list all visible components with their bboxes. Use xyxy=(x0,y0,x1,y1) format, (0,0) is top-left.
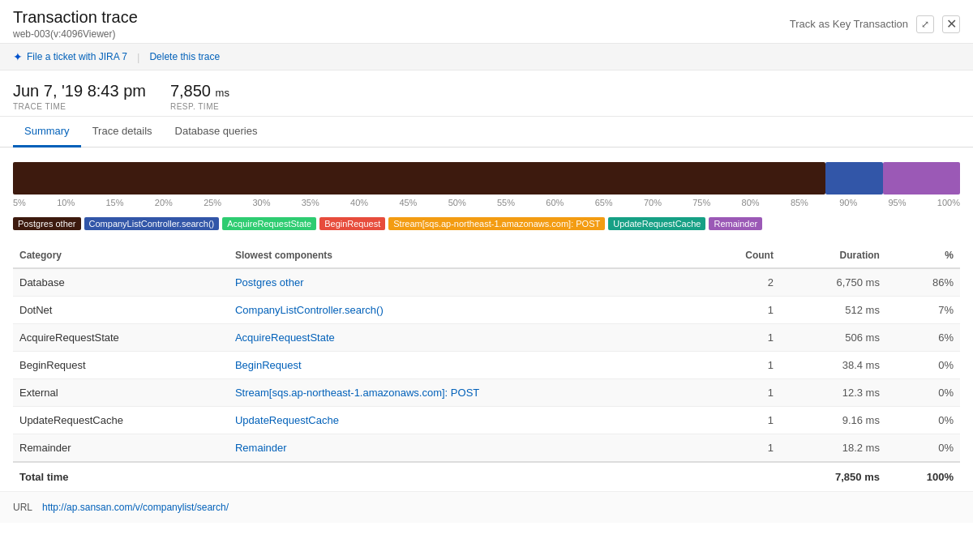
tabs-container: Summary Trace details Database queries xyxy=(0,117,973,147)
header-bar: Transaction trace web-003(v:4096Viewer) … xyxy=(0,0,973,44)
scale-tick: 5% xyxy=(13,198,26,207)
cell-pct: 0% xyxy=(886,407,960,434)
resp-time-item: 7,850 ms RESP. TIME xyxy=(170,82,229,111)
scale-tick: 65% xyxy=(595,198,613,207)
cell-duration: 38.4 ms xyxy=(780,352,886,379)
scale-tick: 70% xyxy=(644,198,662,207)
bar-remainder xyxy=(883,162,960,195)
cell-component[interactable]: Stream[sqs.ap-northeast-1.amazonaws.com]… xyxy=(229,379,704,407)
cell-duration: 506 ms xyxy=(780,324,886,352)
expand-button[interactable]: ⤢ xyxy=(916,15,934,33)
page-title: Transaction trace xyxy=(13,8,138,27)
cell-pct: 0% xyxy=(886,352,960,379)
cell-component[interactable]: UpdateRequestCache xyxy=(229,407,704,434)
resp-time-unit: ms xyxy=(216,87,229,99)
cell-count: 1 xyxy=(704,407,780,434)
col-duration: Duration xyxy=(780,242,886,268)
trace-time-label: TRACE TIME xyxy=(13,102,146,111)
scale-tick: 55% xyxy=(497,198,515,207)
cell-duration: 12.3 ms xyxy=(780,379,886,407)
url-label: URL xyxy=(13,502,32,513)
table-section: Category Slowest components Count Durati… xyxy=(0,242,973,491)
cell-pct: 86% xyxy=(886,268,960,297)
legend-remainder: Remainder xyxy=(709,217,762,230)
cell-component[interactable]: CompanyListController.search() xyxy=(229,297,704,324)
cell-component[interactable]: BeginRequest xyxy=(229,352,704,379)
table-row: External Stream[sqs.ap-northeast-1.amazo… xyxy=(13,379,960,407)
table-row: AcquireRequestState AcquireRequestState … xyxy=(13,324,960,352)
tab-summary[interactable]: Summary xyxy=(13,117,81,147)
col-slowest: Slowest components xyxy=(229,242,704,268)
toolbar: ✦ File a ticket with JIRA 7 | Delete thi… xyxy=(0,44,973,71)
resp-time-label: RESP. TIME xyxy=(170,102,229,111)
scale-tick: 90% xyxy=(839,198,857,207)
total-row: Total time 7,850 ms 100% xyxy=(13,462,960,491)
table-row: Database Postgres other 2 6,750 ms 86% xyxy=(13,268,960,297)
cell-duration: 512 ms xyxy=(780,297,886,324)
trace-time-value: Jun 7, '19 8:43 pm xyxy=(13,82,146,100)
scale-tick: 40% xyxy=(350,198,368,207)
resp-time-value: 7,850 ms xyxy=(170,82,229,100)
total-duration: 7,850 ms xyxy=(780,462,886,491)
table-row: BeginRequest BeginRequest 1 38.4 ms 0% xyxy=(13,352,960,379)
col-category: Category xyxy=(13,242,229,268)
chart-section: 5% 10% 15% 20% 25% 30% 35% 40% 45% 50% 5… xyxy=(0,147,973,242)
bar-dotnet xyxy=(825,162,883,195)
cell-category: UpdateRequestCache xyxy=(13,407,229,434)
scale-tick: 60% xyxy=(546,198,564,207)
cell-duration: 9.16 ms xyxy=(780,407,886,434)
delete-trace-button[interactable]: Delete this trace xyxy=(149,51,220,62)
trace-time-item: Jun 7, '19 8:43 pm TRACE TIME xyxy=(13,82,146,111)
scale-tick: 50% xyxy=(448,198,466,207)
cell-count: 1 xyxy=(704,352,780,379)
meta-row: Jun 7, '19 8:43 pm TRACE TIME 7,850 ms R… xyxy=(13,82,960,111)
col-count: Count xyxy=(704,242,780,268)
table-row: UpdateRequestCache UpdateRequestCache 1 … xyxy=(13,407,960,434)
scale-tick: 80% xyxy=(742,198,760,207)
meta-section: Jun 7, '19 8:43 pm TRACE TIME 7,850 ms R… xyxy=(0,71,973,117)
jira-icon: ✦ xyxy=(13,50,23,63)
header-left: Transaction trace web-003(v:4096Viewer) xyxy=(13,8,138,40)
table-row: Remainder Remainder 1 18.2 ms 0% xyxy=(13,434,960,463)
track-key-transaction-button[interactable]: Track as Key Transaction xyxy=(790,18,908,30)
url-section: URL http://ap.sansan.com/v/companylist/s… xyxy=(0,491,973,523)
total-count-empty xyxy=(704,462,780,491)
cell-pct: 7% xyxy=(886,297,960,324)
close-button[interactable]: ✕ xyxy=(942,15,960,33)
cell-category: AcquireRequestState xyxy=(13,324,229,352)
cell-component[interactable]: Postgres other xyxy=(229,268,704,297)
total-label: Total time xyxy=(13,462,229,491)
table-header: Category Slowest components Count Durati… xyxy=(13,242,960,268)
legend-dotnet: CompanyListController.search() xyxy=(84,217,220,230)
scale-tick: 95% xyxy=(889,198,907,207)
tab-trace-details[interactable]: Trace details xyxy=(81,117,164,147)
cell-category: External xyxy=(13,379,229,407)
cell-category: DotNet xyxy=(13,297,229,324)
cell-component[interactable]: AcquireRequestState xyxy=(229,324,704,352)
legend-acquirerequeststate: AcquireRequestState xyxy=(222,217,316,230)
col-pct: % xyxy=(886,242,960,268)
cell-category: Remainder xyxy=(13,434,229,463)
tab-database-queries[interactable]: Database queries xyxy=(164,117,269,147)
table-footer: Total time 7,850 ms 100% xyxy=(13,462,960,491)
header-right: Track as Key Transaction ⤢ ✕ xyxy=(790,15,960,33)
cell-count: 1 xyxy=(704,379,780,407)
cell-duration: 18.2 ms xyxy=(780,434,886,463)
scale-tick: 85% xyxy=(791,198,808,207)
chart-legend: Postgres other CompanyListController.sea… xyxy=(13,212,960,242)
summary-table: Category Slowest components Count Durati… xyxy=(13,242,960,491)
file-jira-ticket-button[interactable]: ✦ File a ticket with JIRA 7 xyxy=(13,50,127,63)
cell-component[interactable]: Remainder xyxy=(229,434,704,463)
table-body: Database Postgres other 2 6,750 ms 86% D… xyxy=(13,268,960,462)
url-link[interactable]: http://ap.sansan.com/v/companylist/searc… xyxy=(42,502,229,513)
scale-tick: 30% xyxy=(252,198,270,207)
scale-tick: 100% xyxy=(937,198,960,207)
percentage-scale: 5% 10% 15% 20% 25% 30% 35% 40% 45% 50% 5… xyxy=(13,195,960,212)
timeline-bar-container xyxy=(13,162,960,195)
scale-tick: 25% xyxy=(204,198,221,207)
scale-tick: 20% xyxy=(155,198,173,207)
scale-tick: 15% xyxy=(106,198,124,207)
cell-pct: 6% xyxy=(886,324,960,352)
legend-beginrequest: BeginRequest xyxy=(319,217,385,230)
cell-category: BeginRequest xyxy=(13,352,229,379)
